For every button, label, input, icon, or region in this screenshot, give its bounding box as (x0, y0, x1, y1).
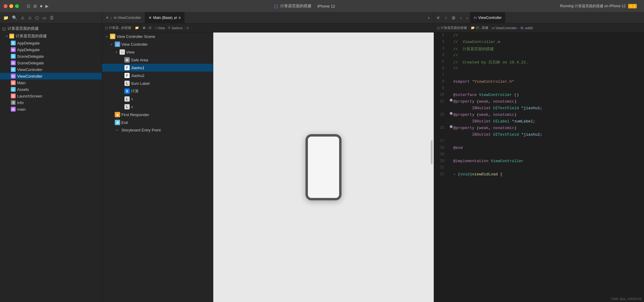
code-line-19: 19 (434, 152, 644, 158)
safe-area-icon: ⊞ (124, 57, 130, 63)
m-icon: m (11, 107, 16, 112)
center-main: ▾ ⊡ View Controller Scene ▾ ◻ View Contr… (102, 32, 434, 302)
traffic-lights (4, 4, 19, 8)
expand-icon[interactable]: ▾ (105, 34, 109, 39)
sidebar-item-assets[interactable]: ◻ Assets (0, 86, 102, 93)
device-label: iPhone 12 (317, 4, 335, 8)
warning-sidebar-icon[interactable]: ⚠ (20, 14, 26, 21)
minimize-button[interactable] (9, 4, 13, 8)
bc-folder: 📁 计...搭建 (471, 26, 488, 30)
sidebar-item-scenedelegate-h[interactable]: h SceneDelegate (0, 53, 102, 60)
maximize-button[interactable] (15, 4, 19, 8)
button-icon: B (124, 88, 130, 94)
outline-jiashu2[interactable]: F Jiashu2 (102, 72, 213, 79)
view-icon: □ (120, 49, 125, 55)
search-icon[interactable]: 🔍 (11, 14, 18, 21)
breakpoint-dot-13[interactable] (450, 112, 453, 115)
expand-spacer (119, 58, 123, 62)
sidebar-item-label: SceneDelegate (17, 61, 44, 65)
outline-eq-label[interactable]: L = (102, 103, 213, 111)
outline-label: Jiashu2 (131, 73, 144, 78)
scroll-thumb[interactable] (431, 140, 433, 164)
code-line-1: 1 // (434, 32, 644, 39)
sidebar-item-label: Info (17, 100, 24, 105)
outline-label: Storyboard Entry Point (121, 128, 161, 132)
sidebar-project-header[interactable]: ◻ 计算器页面的搭建 (0, 25, 102, 32)
bc-method: M -addS (521, 26, 533, 30)
expand-icon[interactable]: ▾ (114, 50, 118, 54)
breakpoint-icon[interactable]: ⬡ (34, 14, 40, 21)
sidebar-item-viewcontroller-h[interactable]: h ViewController (0, 66, 102, 73)
sidebar-item-label: ViewController (17, 74, 42, 79)
layout-editor-icon[interactable]: ⊞ (449, 15, 458, 20)
outline-view[interactable]: ▾ □ View (102, 48, 213, 56)
m-icon: m (11, 47, 16, 52)
expand-icon[interactable]: ▾ (109, 42, 114, 46)
sidebar-item-label: AppDelegate (17, 41, 40, 45)
outline-exit[interactable]: ⊠ Exit (102, 119, 213, 126)
code-tab-label: ViewController (478, 16, 502, 20)
tab-viewcontroller-storyboard[interactable]: ✕ ↕ m ViewController (102, 12, 145, 23)
run-icon[interactable]: ▶ (45, 4, 49, 8)
bc-6: F Jiashu1 (169, 26, 183, 30)
assets-icon: ◻ (11, 87, 16, 92)
close-button[interactable] (4, 4, 8, 8)
sidebar-item-info[interactable]: ☰ Info (0, 99, 102, 106)
outline-vc[interactable]: ▾ ◻ View Controller (102, 40, 213, 48)
sidebar-item-main-m[interactable]: m main (0, 106, 102, 112)
outline-jiashu1[interactable]: F Jiashu1 (102, 64, 213, 72)
m-icon: m (11, 74, 16, 79)
sidebar-item-label: 计算器页面的搭建 (16, 33, 47, 39)
sidebar-toggle-icon[interactable]: ⊡ (27, 4, 30, 8)
bc-5: □ View (155, 26, 165, 30)
outline-label: = (131, 105, 133, 109)
outline-label: Safe Area (131, 58, 148, 62)
review-icon[interactable]: ◇ (27, 14, 32, 21)
add-tab-button[interactable]: ＋ (424, 15, 434, 20)
sidebar-item-scenedelegate-m[interactable]: m SceneDelegate (0, 60, 102, 66)
m-icon: m (11, 60, 16, 65)
back-editor-icon[interactable]: ‹ (458, 15, 464, 20)
sidebar-item-appdelegate-h[interactable]: h AppDelegate (0, 40, 102, 46)
outline-sum-label[interactable]: L Sum Label (102, 79, 213, 87)
breakpoint-dot-15[interactable] (450, 125, 453, 128)
stop-icon[interactable]: ■ (40, 4, 42, 8)
bc-4: ⊡ (149, 26, 151, 30)
code-line-17: 17 (434, 138, 644, 145)
outline-vc-scene[interactable]: ▾ ⊡ View Controller Scene (102, 32, 213, 40)
code-line-12: IBOutlet UITextField *jiashu1; (434, 105, 644, 112)
code-editor: ✕ ↕ ⊞ ‹ › m ViewController ◻ 计算器页面的搭建 › … (434, 12, 644, 302)
outline-label: Jiashu1 (131, 66, 144, 70)
watermark: CSDN @qq_43658148 (611, 297, 642, 301)
sidebar-item-appdelegate-m[interactable]: m AppDelegate (0, 46, 102, 53)
titlebar-center: ◻ 计算器页面的搭建 › iPhone 12 (51, 3, 557, 9)
breakpoint-dot-11[interactable] (450, 99, 453, 102)
sidebar-item-main-storyboard[interactable]: ✕ Main (0, 79, 102, 86)
sidebar-item-launchscreen[interactable]: ✕ LaunchScreen (0, 93, 102, 99)
warning-badge[interactable]: ⚠ 1 (628, 4, 637, 8)
tab-label: Main (Base) (153, 16, 173, 20)
outline-entry-point[interactable]: → Storyboard Entry Point (102, 126, 213, 134)
outline-safe-area[interactable]: ⊞ Safe Area (102, 56, 213, 64)
layout-icon[interactable]: ⊞ (33, 4, 37, 8)
outline-plus-label[interactable]: L + (102, 95, 213, 103)
x-icon: ✕ (11, 80, 16, 85)
close-editor-icon[interactable]: ✕ (434, 15, 442, 20)
code-editor-active-tab[interactable]: m ViewController (470, 12, 505, 23)
sidebar-item-folder[interactable]: ▾ 📁 计算器页面的搭建 (0, 32, 102, 40)
titlebar-right: Running 计算器页面的搭建 on iPhone 12 ⚠ 1 (560, 4, 637, 9)
code-line-7: 7 (434, 72, 644, 79)
folder-icon[interactable]: 📁 (2, 14, 9, 21)
memory-icon[interactable]: ☰ (49, 14, 55, 21)
outline-jisuan-btn[interactable]: B 计算 (102, 87, 213, 95)
bc-project: ◻ 计算器页面的搭建 (437, 26, 467, 30)
sidebar-item-viewcontroller-m[interactable]: m ViewController (0, 73, 102, 79)
outline-first-responder[interactable]: ◈ First Responder (102, 111, 213, 119)
expand-editor-icon[interactable]: ↕ (442, 15, 449, 20)
code-line-6: 6 // (434, 66, 644, 72)
tab-main-base[interactable]: ✕ Main (Base) ⇄ ≡ (145, 12, 185, 23)
sidebar-item-label: Main (17, 81, 26, 85)
forward-editor-icon[interactable]: › (464, 15, 470, 20)
report-icon[interactable]: ▭ (41, 14, 47, 21)
code-line-2: 2 // ViewController.m (434, 39, 644, 46)
